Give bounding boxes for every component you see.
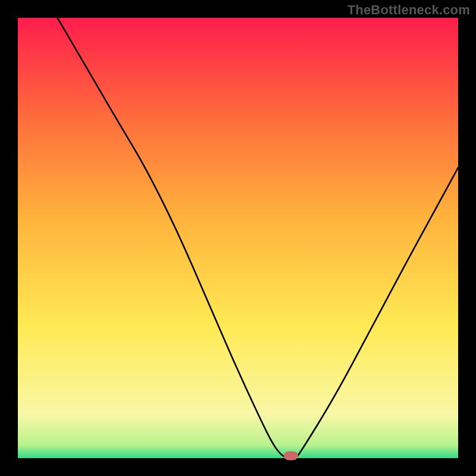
plot-area: [18, 18, 458, 458]
watermark-label: TheBottleneck.com: [347, 2, 470, 18]
bottleneck-chart: [18, 18, 458, 458]
chart-background: [18, 18, 458, 458]
optimal-marker: [284, 452, 298, 461]
chart-frame: TheBottleneck.com: [0, 0, 476, 476]
